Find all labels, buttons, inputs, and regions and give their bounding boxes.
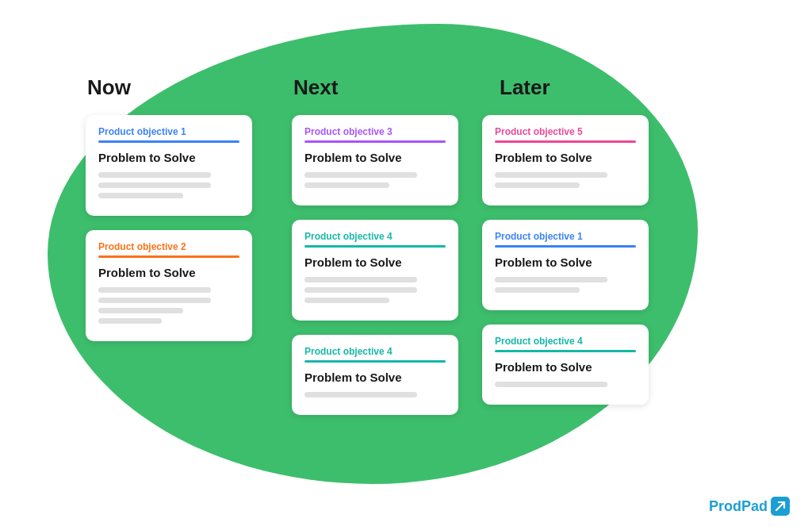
card-title: Problem to Solve <box>495 151 636 164</box>
card-line <box>98 193 183 198</box>
card-objective-label: Product objective 1 <box>98 126 239 137</box>
card-line <box>98 318 162 324</box>
column-headers: Now Next Later <box>79 75 698 100</box>
card-line <box>98 172 211 178</box>
card-underline <box>98 255 239 258</box>
card-next-3[interactable]: Product objective 4 Problem to Solve <box>292 335 458 415</box>
col-header-next: Next <box>285 75 492 100</box>
prodpad-icon <box>771 497 790 516</box>
card-later-2[interactable]: Product objective 1 Problem to Solve <box>482 220 649 310</box>
col-header-later: Later <box>492 75 698 100</box>
card-title: Problem to Solve <box>98 151 239 164</box>
card-now-2[interactable]: Product objective 2 Problem to Solve <box>86 230 252 341</box>
card-underline <box>304 140 446 143</box>
card-underline <box>495 245 636 248</box>
card-underline <box>98 140 239 143</box>
card-title: Problem to Solve <box>304 151 446 164</box>
card-title: Problem to Solve <box>495 255 636 269</box>
card-objective-label: Product objective 4 <box>304 346 446 357</box>
prodpad-text: ProdPad <box>709 498 768 515</box>
card-line <box>304 172 417 178</box>
col-later: Product objective 5 Problem to Solve Pro… <box>482 115 649 405</box>
card-line <box>495 182 580 188</box>
card-line <box>304 182 389 188</box>
canvas: Now Next Later Product objective 1 Probl… <box>0 0 812 530</box>
card-title: Problem to Solve <box>98 266 239 279</box>
card-objective-label: Product objective 1 <box>495 231 636 242</box>
card-objective-label: Product objective 5 <box>495 126 636 137</box>
col-next: Product objective 3 Problem to Solve Pro… <box>292 115 458 415</box>
card-underline <box>495 350 636 352</box>
card-line <box>495 277 607 282</box>
card-objective-label: Product objective 4 <box>495 336 636 347</box>
card-underline <box>304 360 446 363</box>
card-line <box>495 382 607 387</box>
card-objective-label: Product objective 4 <box>304 231 446 242</box>
card-now-1[interactable]: Product objective 1 Problem to Solve <box>86 115 252 216</box>
card-line <box>304 287 417 293</box>
card-underline <box>304 245 446 248</box>
card-line <box>98 298 211 303</box>
card-underline <box>495 140 636 143</box>
card-objective-label: Product objective 2 <box>98 241 239 252</box>
card-next-1[interactable]: Product objective 3 Problem to Solve <box>292 115 458 205</box>
card-objective-label: Product objective 3 <box>304 126 446 137</box>
card-later-3[interactable]: Product objective 4 Problem to Solve <box>482 325 649 405</box>
card-later-1[interactable]: Product objective 5 Problem to Solve <box>482 115 649 205</box>
card-line <box>304 277 417 282</box>
col-header-now: Now <box>79 75 285 100</box>
card-line <box>304 392 417 398</box>
card-line <box>98 308 183 313</box>
card-title: Problem to Solve <box>304 371 446 384</box>
card-line <box>98 287 211 293</box>
card-next-2[interactable]: Product objective 4 Problem to Solve <box>292 220 458 321</box>
prodpad-logo: ProdPad <box>709 497 790 516</box>
card-line <box>304 298 389 303</box>
card-title: Problem to Solve <box>495 360 636 374</box>
card-line <box>495 287 580 293</box>
card-line <box>495 172 607 178</box>
card-title: Problem to Solve <box>304 255 446 269</box>
col-now: Product objective 1 Problem to Solve Pro… <box>86 115 252 341</box>
card-line <box>98 182 211 188</box>
